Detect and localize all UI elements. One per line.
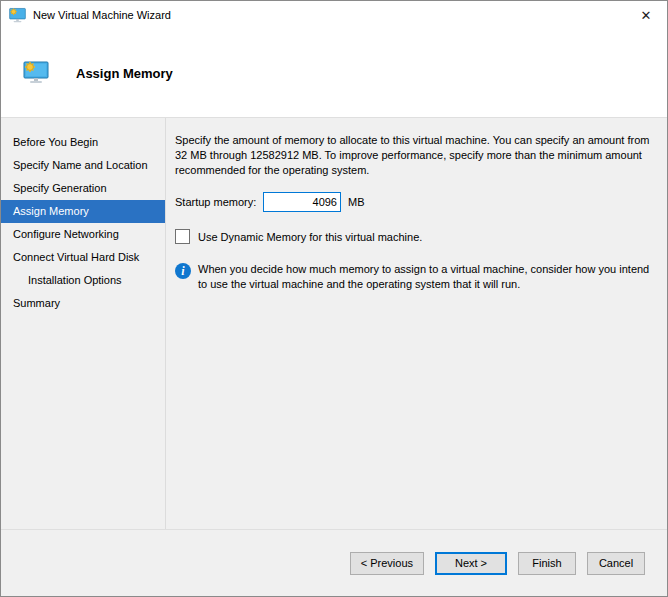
info-note-text: When you decide how much memory to assig…	[198, 262, 660, 292]
sidebar-item-connect-virtual-hard-disk[interactable]: Connect Virtual Hard Disk	[1, 246, 165, 269]
memory-description-text: Specify the amount of memory to allocate…	[175, 133, 653, 178]
new-vm-wizard-window: New Virtual Machine Wizard ✕ Assign Memo…	[0, 0, 668, 597]
startup-memory-row: Startup memory: MB	[175, 192, 660, 212]
title-bar: New Virtual Machine Wizard ✕	[1, 1, 667, 29]
sidebar-item-assign-memory[interactable]: Assign Memory	[1, 200, 165, 223]
previous-button[interactable]: < Previous	[350, 552, 424, 575]
wizard-page-icon	[23, 60, 49, 84]
close-icon[interactable]: ✕	[625, 1, 667, 29]
sidebar-item-installation-options[interactable]: Installation Options	[1, 269, 165, 292]
cancel-button[interactable]: Cancel	[587, 552, 645, 575]
info-note-row: i When you decide how much memory to ass…	[175, 262, 660, 292]
app-icon	[9, 7, 26, 23]
page-content: Specify the amount of memory to allocate…	[166, 118, 668, 530]
next-button[interactable]: Next >	[435, 552, 507, 575]
wizard-button-bar: < Previous Next > Finish Cancel	[1, 529, 667, 596]
sidebar-item-specify-generation[interactable]: Specify Generation	[1, 177, 165, 200]
page-title: Assign Memory	[76, 66, 173, 81]
startup-memory-input[interactable]	[263, 192, 341, 212]
wizard-steps-sidebar: Before You Begin Specify Name and Locati…	[1, 118, 166, 530]
startup-memory-unit: MB	[348, 196, 365, 208]
dynamic-memory-checkbox[interactable]	[175, 229, 190, 244]
startup-memory-label: Startup memory:	[175, 196, 263, 208]
finish-button[interactable]: Finish	[518, 552, 576, 575]
sidebar-item-specify-name-and-location[interactable]: Specify Name and Location	[1, 154, 165, 177]
sidebar-item-before-you-begin[interactable]: Before You Begin	[1, 131, 165, 154]
wizard-body: Before You Begin Specify Name and Locati…	[1, 118, 667, 530]
window-title: New Virtual Machine Wizard	[33, 9, 171, 21]
dynamic-memory-row: Use Dynamic Memory for this virtual mach…	[175, 229, 660, 244]
sidebar-item-summary[interactable]: Summary	[1, 292, 165, 315]
info-icon: i	[175, 263, 191, 279]
wizard-header: Assign Memory	[1, 29, 667, 118]
sidebar-item-configure-networking[interactable]: Configure Networking	[1, 223, 165, 246]
dynamic-memory-label: Use Dynamic Memory for this virtual mach…	[198, 231, 422, 243]
